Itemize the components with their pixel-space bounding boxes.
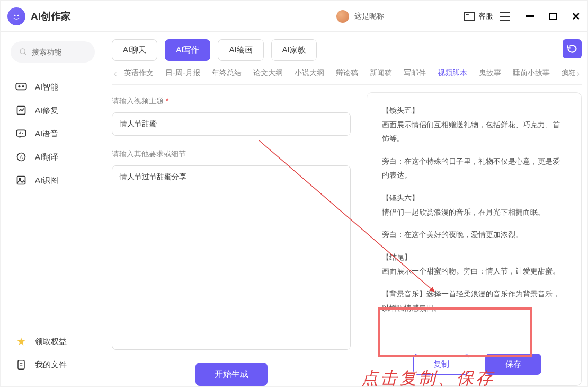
sidebar-item-1[interactable]: AI修复 [11, 99, 95, 122]
sidebar-item-label: AI修复 [35, 105, 58, 116]
sidebar-item-label: AI翻译 [35, 152, 58, 162]
sidebar: AI智能AI修复AI语音AAI翻译AI识图 领取权益我的文件 [1, 32, 104, 386]
search-box[interactable] [11, 41, 95, 63]
search-input[interactable] [32, 48, 85, 56]
subtab-11[interactable]: 疯狂 [562, 68, 575, 79]
window-minimize-button[interactable] [526, 15, 534, 17]
top-tab-2[interactable]: AI绘画 [218, 39, 263, 61]
customer-service-label: 客服 [478, 12, 493, 21]
subtab-5[interactable]: 辩论稿 [336, 68, 358, 79]
svg-rect-4 [16, 83, 26, 90]
main-content: AI聊天AI写作AI绘画AI家教 ‹ 英语作文日-周-月报年终总结论文大纲小说大… [104, 32, 587, 386]
sidebar-icon [15, 82, 28, 92]
avatar[interactable] [336, 10, 349, 23]
output-text: 【镜头五】画面展示情侣们互相赠送礼物，包括鲜花、巧克力、首饰等。旁白：在这个特殊… [382, 103, 573, 343]
history-button[interactable] [563, 39, 582, 58]
subtab-1[interactable]: 日-周-月报 [165, 68, 200, 79]
sidebar-icon [15, 105, 28, 116]
copy-button[interactable]: 复制 [413, 354, 469, 375]
chevron-right-icon[interactable]: › [575, 69, 582, 78]
sidebar-footer-icon [15, 336, 28, 347]
sidebar-item-label: AI语音 [35, 129, 58, 139]
svg-line-3 [24, 53, 26, 55]
svg-point-1 [17, 14, 19, 16]
subtab-0[interactable]: 英语作文 [124, 68, 154, 79]
save-button[interactable]: 保存 [485, 354, 541, 375]
topic-input[interactable] [112, 112, 351, 136]
detail-label: 请输入其他要求或细节 [112, 149, 351, 159]
svg-point-5 [19, 86, 20, 87]
sidebar-icon [15, 175, 28, 186]
top-tab-1[interactable]: AI写作 [165, 39, 210, 61]
subtab-8[interactable]: 视频脚本 [438, 68, 467, 79]
input-panel: 请输入视频主题 * 请输入其他要求或细节 开始生成 [112, 96, 351, 386]
sidebar-item-label: AI智能 [35, 82, 58, 92]
subtabs-bar: ‹ 英语作文日-周-月报年终总结论文大纲小说大纲辩论稿新闻稿写邮件视频脚本鬼故事… [112, 68, 582, 85]
top-tab-0[interactable]: AI聊天 [112, 39, 157, 61]
menu-icon[interactable] [500, 12, 510, 21]
output-panel: 【镜头五】画面展示情侣们互相赠送礼物，包括鲜花、巧克力、首饰等。旁白：在这个特殊… [367, 92, 582, 386]
sidebar-footer-label: 我的文件 [35, 360, 67, 370]
svg-point-0 [14, 14, 15, 16]
chevron-left-icon[interactable]: ‹ [112, 69, 119, 78]
subtab-3[interactable]: 论文大纲 [253, 68, 283, 79]
sidebar-item-0[interactable]: AI智能 [11, 75, 95, 99]
customer-service-button[interactable]: 客服 [464, 12, 493, 21]
window-close-button[interactable]: ✕ [572, 10, 581, 23]
subtab-10[interactable]: 睡前小故事 [513, 68, 550, 79]
svg-point-6 [22, 86, 24, 87]
topic-label: 请输入视频主题 * [112, 96, 351, 106]
subtab-4[interactable]: 小说大纲 [295, 68, 324, 79]
sidebar-footer-item-1[interactable]: 我的文件 [11, 353, 95, 376]
svg-point-2 [20, 49, 25, 54]
app-logo [7, 7, 25, 25]
top-tab-3[interactable]: AI家教 [271, 39, 317, 61]
subtab-2[interactable]: 年终总结 [212, 68, 242, 79]
search-icon [19, 48, 28, 56]
nickname[interactable]: 这是昵称 [354, 12, 384, 21]
detail-textarea[interactable] [112, 165, 351, 350]
sidebar-icon [15, 128, 28, 139]
app-title: AI创作家 [31, 10, 71, 23]
sidebar-icon: A [15, 152, 28, 162]
subtab-7[interactable]: 写邮件 [404, 68, 426, 79]
subtab-9[interactable]: 鬼故事 [479, 68, 501, 79]
sidebar-footer-label: 领取权益 [35, 337, 67, 347]
sidebar-item-label: AI识图 [35, 175, 58, 186]
sidebar-footer-item-0[interactable]: 领取权益 [11, 330, 95, 353]
chat-icon [464, 12, 475, 21]
svg-text:A: A [20, 154, 23, 160]
window-maximize-button[interactable] [549, 13, 557, 20]
subtab-6[interactable]: 新闻稿 [370, 68, 392, 79]
titlebar: AI创作家 这是昵称 客服 ✕ [1, 1, 587, 32]
sidebar-item-4[interactable]: AI识图 [11, 169, 95, 192]
sidebar-item-2[interactable]: AI语音 [11, 122, 95, 145]
generate-button[interactable]: 开始生成 [195, 363, 268, 386]
sidebar-item-3[interactable]: AAI翻译 [11, 145, 95, 169]
svg-point-15 [19, 178, 21, 180]
sidebar-footer-icon [15, 359, 28, 370]
